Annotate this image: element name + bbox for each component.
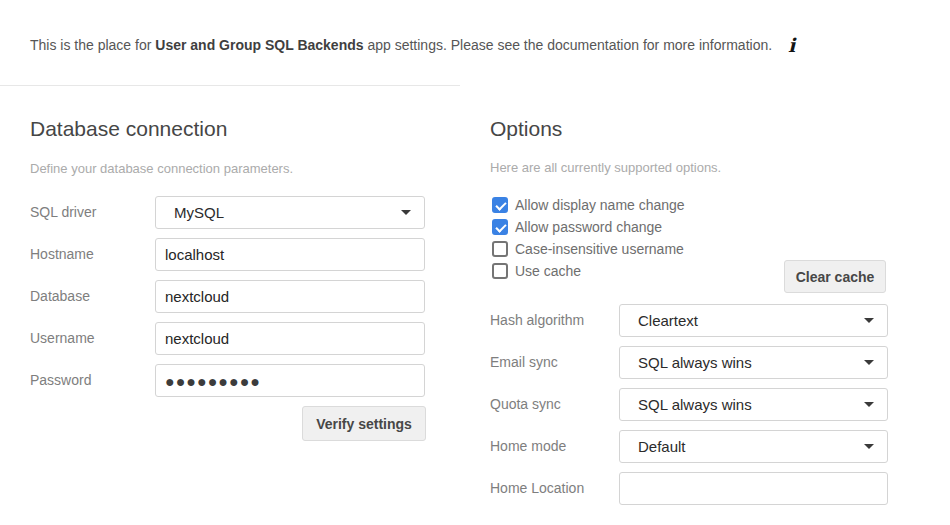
clear-cache-button[interactable]: Clear cache xyxy=(784,260,886,293)
allow-display-name-change-row: Allow display name change xyxy=(492,196,685,214)
hash-algorithm-select[interactable]: Cleartext xyxy=(619,304,888,337)
info-text-after: app settings. Please see the documentati… xyxy=(364,37,773,53)
home-location-input[interactable] xyxy=(619,472,888,505)
app-info-note: This is the place for User and Group SQL… xyxy=(30,34,820,56)
hash-algorithm-selected-value: Cleartext xyxy=(638,312,698,329)
username-input[interactable] xyxy=(155,322,425,355)
database-input[interactable] xyxy=(155,280,425,313)
home-mode-select[interactable]: Default xyxy=(619,430,888,463)
allow-password-change-checkbox[interactable] xyxy=(492,219,508,235)
home-mode-label: Home mode xyxy=(490,430,566,463)
email-sync-label: Email sync xyxy=(490,346,558,379)
password-label: Password xyxy=(30,364,91,397)
chevron-down-icon xyxy=(864,360,874,365)
database-connection-title: Database connection xyxy=(30,117,227,141)
password-row: Password xyxy=(30,364,425,397)
case-insensitive-username-checkbox[interactable] xyxy=(492,241,508,257)
allow-password-change-label: Allow password change xyxy=(515,219,662,235)
chevron-down-icon xyxy=(864,402,874,407)
sql-driver-selected-value: MySQL xyxy=(174,204,224,221)
use-cache-row: Use cache xyxy=(492,262,581,280)
case-insensitive-username-row: Case-insensitive username xyxy=(492,240,684,258)
sql-driver-row: SQL driver MySQL xyxy=(30,196,425,229)
email-sync-row: Email sync SQL always wins xyxy=(490,346,888,379)
home-mode-row: Home mode Default xyxy=(490,430,888,463)
options-subtitle: Here are all currently supported options… xyxy=(490,160,721,175)
allow-display-name-change-checkbox[interactable] xyxy=(492,197,508,213)
info-text-before: This is the place for xyxy=(30,37,155,53)
database-label: Database xyxy=(30,280,90,313)
options-title: Options xyxy=(490,117,562,141)
allow-password-change-row: Allow password change xyxy=(492,218,662,236)
verify-settings-button[interactable]: Verify settings xyxy=(302,406,426,441)
use-cache-checkbox[interactable] xyxy=(492,263,508,279)
sql-backends-settings-page: This is the place for User and Group SQL… xyxy=(0,0,950,525)
hash-algorithm-row: Hash algorithm Cleartext xyxy=(490,304,888,337)
email-sync-selected-value: SQL always wins xyxy=(638,354,752,371)
use-cache-label: Use cache xyxy=(515,263,581,279)
chevron-down-icon xyxy=(864,444,874,449)
hostname-label: Hostname xyxy=(30,238,94,271)
hostname-row: Hostname xyxy=(30,238,425,271)
app-name: User and Group SQL Backends xyxy=(155,37,363,53)
username-label: Username xyxy=(30,322,95,355)
allow-display-name-change-label: Allow display name change xyxy=(515,197,685,213)
chevron-down-icon xyxy=(864,318,874,323)
home-location-row: Home Location xyxy=(490,472,888,505)
quota-sync-label: Quota sync xyxy=(490,388,561,421)
info-icon[interactable]: i xyxy=(788,34,795,56)
quota-sync-row: Quota sync SQL always wins xyxy=(490,388,888,421)
hostname-input[interactable] xyxy=(155,238,425,271)
quota-sync-selected-value: SQL always wins xyxy=(638,396,752,413)
email-sync-select[interactable]: SQL always wins xyxy=(619,346,888,379)
sql-driver-label: SQL driver xyxy=(30,196,96,229)
home-location-label: Home Location xyxy=(490,472,584,505)
hash-algorithm-label: Hash algorithm xyxy=(490,304,584,337)
home-mode-selected-value: Default xyxy=(638,438,686,455)
database-connection-subtitle: Define your database connection paramete… xyxy=(30,161,293,176)
password-input[interactable] xyxy=(155,364,425,397)
username-row: Username xyxy=(30,322,425,355)
database-row: Database xyxy=(30,280,425,313)
chevron-down-icon xyxy=(401,210,411,215)
quota-sync-select[interactable]: SQL always wins xyxy=(619,388,888,421)
section-divider xyxy=(0,85,460,86)
sql-driver-select[interactable]: MySQL xyxy=(155,196,425,229)
case-insensitive-username-label: Case-insensitive username xyxy=(515,241,684,257)
